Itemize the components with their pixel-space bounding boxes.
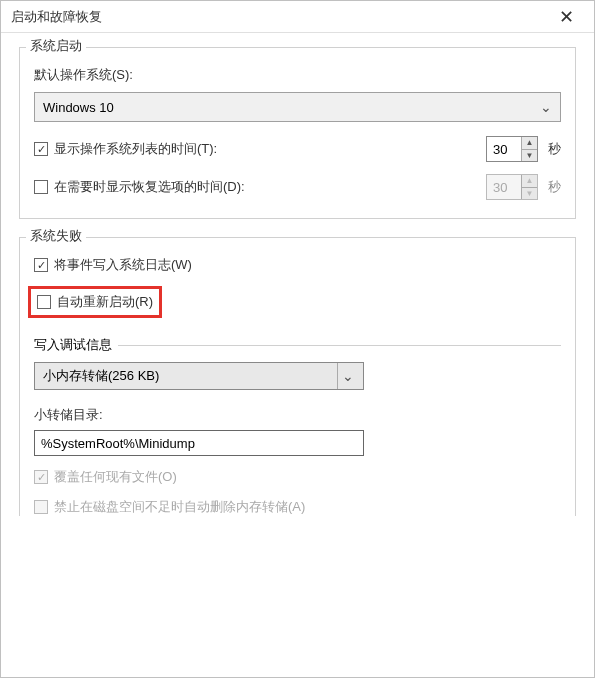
auto-restart-label: 自动重新启动(R) [57, 293, 153, 311]
show-os-list-spinner[interactable]: ▲ ▼ [486, 136, 538, 162]
spinner-up-icon: ▲ [522, 175, 537, 188]
auto-restart-checkbox[interactable] [37, 295, 51, 309]
write-event-row: 将事件写入系统日志(W) [34, 256, 561, 274]
chevron-down-icon: ⌄ [337, 363, 357, 389]
system-startup-legend: 系统启动 [26, 37, 86, 55]
show-recovery-spinner: ▲ ▼ [486, 174, 538, 200]
system-failure-group: 系统失败 将事件写入系统日志(W) 自动重新启动(R) 写入调试信息 小内存转储… [19, 237, 576, 516]
overwrite-checkbox [34, 470, 48, 484]
write-event-label: 将事件写入系统日志(W) [54, 256, 192, 274]
dialog-title: 启动和故障恢复 [11, 8, 544, 26]
disable-low-disk-label: 禁止在磁盘空间不足时自动删除内存转储(A) [54, 498, 305, 516]
overwrite-label: 覆盖任何现有文件(O) [54, 468, 177, 486]
show-os-list-row: 显示操作系统列表的时间(T): ▲ ▼ 秒 [34, 136, 561, 162]
titlebar: 启动和故障恢复 ✕ [1, 1, 594, 33]
debug-info-legend: 写入调试信息 [34, 336, 118, 354]
startup-recovery-dialog: 启动和故障恢复 ✕ 系统启动 默认操作系统(S): Windows 10 ⌄ 显… [0, 0, 595, 678]
spinner-down-icon: ▼ [522, 188, 537, 200]
disable-low-disk-checkbox [34, 500, 48, 514]
auto-restart-highlight: 自动重新启动(R) [28, 286, 162, 318]
disable-low-disk-row: 禁止在磁盘空间不足时自动删除内存转储(A) [34, 498, 561, 516]
default-os-select[interactable]: Windows 10 ⌄ [34, 92, 561, 122]
close-button[interactable]: ✕ [544, 3, 588, 31]
overwrite-row: 覆盖任何现有文件(O) [34, 468, 561, 486]
system-failure-legend: 系统失败 [26, 227, 86, 245]
chevron-down-icon: ⌄ [540, 99, 552, 115]
dump-directory-input[interactable] [34, 430, 364, 456]
content-area: 系统启动 默认操作系统(S): Windows 10 ⌄ 显示操作系统列表的时间… [1, 33, 594, 552]
show-os-list-value[interactable] [487, 142, 521, 157]
show-recovery-unit: 秒 [548, 178, 561, 196]
default-os-label: 默认操作系统(S): [34, 66, 561, 84]
show-os-list-label: 显示操作系统列表的时间(T): [54, 140, 217, 158]
show-os-list-checkbox[interactable] [34, 142, 48, 156]
show-recovery-checkbox[interactable] [34, 180, 48, 194]
default-os-value: Windows 10 [43, 100, 114, 115]
debug-info-group: 写入调试信息 小内存转储(256 KB) ⌄ 小转储目录: 覆盖任何现有文件(O… [34, 336, 561, 516]
spinner-up-icon[interactable]: ▲ [522, 137, 537, 150]
dump-type-select[interactable]: 小内存转储(256 KB) ⌄ [34, 362, 364, 390]
show-os-list-unit: 秒 [548, 140, 561, 158]
spinner-down-icon[interactable]: ▼ [522, 150, 537, 162]
dump-directory-label: 小转储目录: [34, 406, 561, 424]
dump-type-value: 小内存转储(256 KB) [43, 367, 159, 385]
system-startup-group: 系统启动 默认操作系统(S): Windows 10 ⌄ 显示操作系统列表的时间… [19, 47, 576, 219]
show-recovery-row: 在需要时显示恢复选项的时间(D): ▲ ▼ 秒 [34, 174, 561, 200]
close-icon: ✕ [559, 6, 574, 28]
show-recovery-value [487, 180, 521, 195]
show-recovery-label: 在需要时显示恢复选项的时间(D): [54, 178, 245, 196]
write-event-checkbox[interactable] [34, 258, 48, 272]
